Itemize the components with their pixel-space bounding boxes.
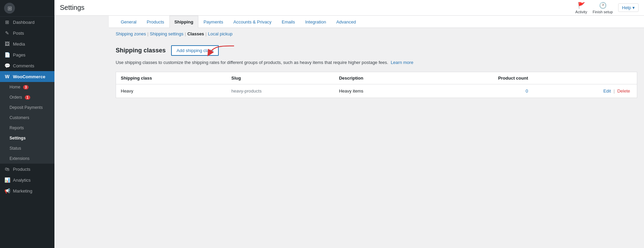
sidebar-item-label: Status	[10, 146, 21, 151]
home-badge: 3	[23, 85, 29, 89]
sidebar-item-status[interactable]: Status	[0, 143, 54, 153]
sidebar-item-label: Orders	[10, 95, 22, 100]
sidebar-item-extensions[interactable]: Extensions	[0, 153, 54, 164]
row-count: 0	[426, 84, 533, 98]
table-body: Heavy heavy-products Heavy items 0 Edit …	[116, 84, 637, 98]
add-shipping-class-button[interactable]: Add shipping class	[171, 45, 219, 56]
sidebar-item-label: Reports	[10, 126, 24, 130]
shipping-header: Shipping classes Add shipping class	[116, 45, 637, 56]
subnav-classes[interactable]: Classes	[187, 31, 204, 36]
col-slug: Slug	[227, 72, 334, 84]
sidebar-item-reports[interactable]: Reports	[0, 123, 54, 133]
tab-shipping[interactable]: Shipping	[169, 16, 199, 28]
table-row: Heavy heavy-products Heavy items 0 Edit …	[116, 84, 637, 98]
tab-general[interactable]: General	[116, 16, 142, 28]
subnav: Shipping zones | Shipping settings | Cla…	[109, 28, 644, 40]
col-count: Product count	[426, 72, 533, 84]
col-actions	[533, 72, 637, 84]
subnav-pickup[interactable]: Local pickup	[208, 31, 232, 36]
posts-icon: ✎	[4, 30, 10, 36]
sidebar-item-posts[interactable]: ✎ Posts	[0, 28, 54, 38]
sidebar-item-label: Dashboard	[13, 20, 35, 25]
sidebar-item-label: WooCommerce	[13, 74, 45, 79]
sidebar-item-deposit[interactable]: Deposit Payments	[0, 102, 54, 113]
tab-emails[interactable]: Emails	[277, 16, 300, 28]
sidebar-item-label: Home	[10, 85, 20, 89]
tab-products[interactable]: Products	[142, 16, 169, 28]
subnav-sep-1: |	[147, 31, 148, 36]
subnav-sep-2: |	[185, 31, 186, 36]
orders-badge: 1	[25, 95, 30, 100]
row-class: Heavy	[116, 84, 227, 98]
comments-icon: 💬	[4, 63, 10, 68]
sidebar-item-label: Media	[13, 42, 25, 47]
sidebar-item-label: Marketing	[13, 188, 32, 194]
sidebar-item-label: Settings	[10, 136, 26, 140]
sidebar-item-orders[interactable]: Orders 1	[0, 92, 54, 102]
table-header-row: Shipping class Slug Description Product …	[116, 72, 637, 84]
sidebar-item-label: Customers	[10, 115, 29, 120]
tab-payments[interactable]: Payments	[198, 16, 228, 28]
shipping-classes-title: Shipping classes	[116, 47, 166, 54]
woo-submenu: Home 3 Orders 1 Deposit Payments Custome…	[0, 82, 54, 164]
sidebar-item-comments[interactable]: 💬 Comments	[0, 60, 54, 71]
shipping-description: Use shipping classes to customize the sh…	[116, 59, 637, 66]
sidebar-item-marketing[interactable]: 📢 Marketing	[0, 185, 54, 196]
learn-more-link[interactable]: Learn more	[391, 60, 413, 65]
sidebar-item-settings[interactable]: Settings	[0, 133, 54, 143]
sidebar-item-pages[interactable]: 📄 Pages	[0, 49, 54, 60]
tab-accounts[interactable]: Accounts & Privacy	[228, 16, 277, 28]
row-description: Heavy items	[334, 84, 426, 98]
edit-link[interactable]: Edit	[603, 88, 611, 94]
sidebar-item-dashboard[interactable]: ⊞ Dashboard	[0, 17, 54, 28]
sidebar-item-customers[interactable]: Customers	[0, 113, 54, 123]
col-description: Description	[334, 72, 426, 84]
sidebar-item-label: Deposit Payments	[10, 105, 43, 110]
sidebar-item-label: Comments	[13, 63, 34, 68]
settings-tabs: General Products Shipping Payments Accou…	[109, 16, 644, 28]
sidebar-item-products[interactable]: 🛍 Products	[0, 164, 54, 175]
col-class: Shipping class	[116, 72, 227, 84]
sidebar-item-label: Posts	[13, 31, 24, 36]
woo-icon: W	[4, 74, 10, 79]
products-icon: 🛍	[4, 166, 10, 172]
pages-icon: 📄	[4, 52, 10, 57]
sidebar-item-media[interactable]: 🖼 Media	[0, 38, 54, 49]
tab-advanced[interactable]: Advanced	[331, 16, 361, 28]
sidebar-item-analytics[interactable]: 📊 Analytics	[0, 175, 54, 185]
delete-link[interactable]: Delete	[617, 88, 630, 94]
sidebar-item-woocommerce[interactable]: W WooCommerce	[0, 71, 54, 82]
dashboard-icon: ⊞	[4, 19, 10, 25]
action-separator: |	[613, 88, 616, 94]
table-head: Shipping class Slug Description Product …	[116, 72, 637, 84]
sidebar-item-label: Pages	[13, 52, 26, 57]
sidebar-item-label: Analytics	[13, 178, 31, 183]
content-area: Shipping classes Add shipping class Use …	[109, 40, 644, 103]
sidebar-item-label: Extensions	[10, 156, 30, 161]
analytics-icon: 📊	[4, 177, 10, 183]
marketing-icon: 📢	[4, 188, 10, 194]
subnav-sep-3: |	[205, 31, 207, 36]
main-content: Settings 🚩 Activity 🕐 Finish setup Help …	[109, 16, 644, 248]
subnav-zones[interactable]: Shipping zones	[116, 31, 146, 36]
subnav-settings[interactable]: Shipping settings	[150, 31, 183, 36]
shipping-classes-table: Shipping class Slug Description Product …	[116, 72, 637, 98]
row-actions: Edit | Delete	[533, 84, 637, 98]
media-icon: 🖼	[4, 41, 10, 47]
sidebar-item-home[interactable]: Home 3	[0, 82, 54, 92]
wp-logo-icon: ⊞	[4, 3, 15, 14]
sidebar: ⊞ ⊞ Dashboard ✎ Posts 🖼 Media 📄 Pages 💬 …	[0, 0, 54, 248]
row-slug: heavy-products	[227, 84, 334, 98]
sidebar-item-label: Products	[13, 167, 30, 172]
tab-integration[interactable]: Integration	[300, 16, 331, 28]
sidebar-logo: ⊞	[0, 0, 54, 17]
